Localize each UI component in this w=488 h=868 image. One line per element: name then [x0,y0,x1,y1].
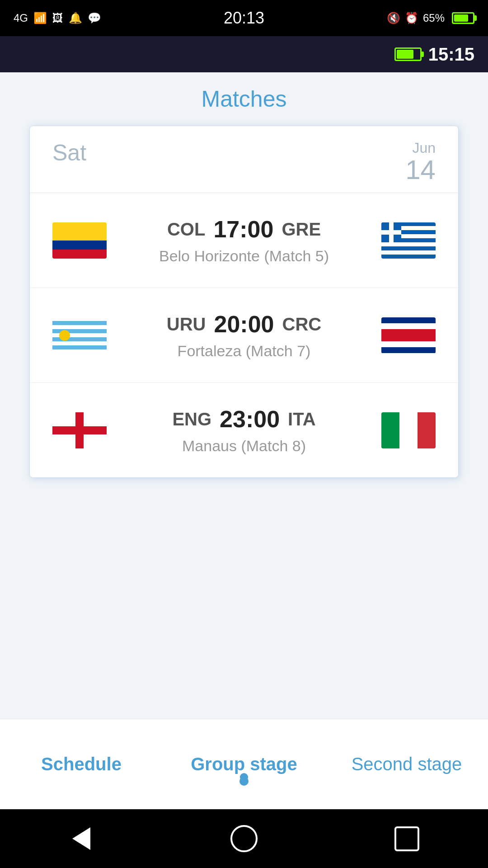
match-center-3: ENG 23:00 ITA Manaus (Match 8) [107,406,381,455]
flag-italy [381,412,436,448]
match-center-1: COL 17:00 GRE Belo Horizonte (Match 5) [107,216,381,265]
team-uru: URU [167,314,206,335]
notification-icon: 🔔 [69,12,82,24]
mute-icon: 🔇 [387,12,400,24]
secondary-status-bar: 15:15 [0,36,488,72]
nav-group-stage[interactable]: Group stage [163,745,325,783]
matches-card: Sat Jun 14 COL 17:00 GRE B [29,126,459,478]
match-time-3: 23:00 [220,406,280,433]
secondary-battery-icon [394,47,422,61]
page-title: Matches [202,86,287,112]
bottom-nav: Schedule Group stage Second stage [0,719,488,809]
alarm-icon: ⏰ [405,12,418,24]
signal-icon: 4G [14,12,28,24]
match-center-2: URU 20:00 CRC Fortaleza (Match 7) [107,311,381,360]
match-time-1: 17:00 [213,216,273,243]
status-left: 4G 📶 🖼 🔔 💬 [14,12,101,24]
home-button[interactable] [226,821,262,857]
home-icon [230,825,258,852]
status-time: 20:13 [224,9,264,28]
status-bar: 4G 📶 🖼 🔔 💬 20:13 🔇 ⏰ 65% [0,0,488,36]
nav-second-stage[interactable]: Second stage [325,745,488,783]
status-right: 🔇 ⏰ 65% [387,12,474,24]
date-month-day: Jun 14 [405,140,436,184]
nav-schedule[interactable]: Schedule [0,745,163,783]
team-eng: ENG [172,409,211,429]
team-crc: CRC [282,314,322,335]
flag-colombia [52,222,107,259]
battery-icon [452,12,474,24]
android-nav-bar [0,809,488,868]
recents-button[interactable] [389,821,425,857]
date-day-num: 14 [405,156,436,184]
match-row[interactable]: URU 20:00 CRC Fortaleza (Match 7) [30,288,458,383]
flag-costa-rica [381,317,436,354]
team-gre: GRE [282,219,321,240]
match-venue-2: Fortaleza (Match 7) [107,342,381,360]
nav-indicator [240,773,248,781]
date-day: Sat [52,140,86,166]
battery-percent: 65% [423,12,445,24]
signal-bars: 📶 [33,12,47,24]
gallery-icon: 🖼 [52,12,63,24]
back-arrow-icon [72,827,90,850]
main-content: Matches Sat Jun 14 COL 17:00 [0,72,488,719]
team-col: COL [167,219,205,240]
secondary-time: 15:15 [428,44,474,65]
flag-greece [381,222,436,259]
back-button[interactable] [63,821,99,857]
recents-icon [394,826,419,851]
flag-uruguay [52,317,107,354]
match-venue-1: Belo Horizonte (Match 5) [107,247,381,265]
match-time-2: 20:00 [214,311,274,338]
date-month: Jun [405,140,436,156]
date-header: Sat Jun 14 [30,126,458,193]
match-venue-3: Manaus (Match 8) [107,437,381,455]
wechat-icon: 💬 [88,12,101,24]
flag-england [52,412,107,448]
match-row[interactable]: ENG 23:00 ITA Manaus (Match 8) [30,383,458,477]
match-row[interactable]: COL 17:00 GRE Belo Horizonte (Match 5) [30,193,458,288]
team-ita: ITA [288,409,315,429]
